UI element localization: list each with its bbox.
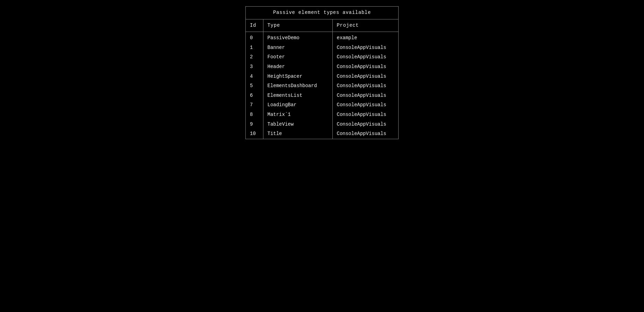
cell-id: 9 (246, 120, 263, 129)
cell-type: Title (263, 129, 332, 139)
cell-project: ConsoleAppVisuals (332, 120, 398, 129)
table-row: 0PassiveDemoexample (246, 32, 398, 43)
cell-project: example (332, 32, 398, 43)
cell-project: ConsoleAppVisuals (332, 52, 398, 62)
cell-id: 2 (246, 52, 263, 62)
cell-type: Banner (263, 43, 332, 53)
cell-type: Matrix`1 (263, 110, 332, 120)
cell-id: 7 (246, 100, 263, 110)
table-row: 10TitleConsoleAppVisuals (246, 129, 398, 139)
cell-type: ElementsDashboard (263, 81, 332, 91)
table-row: 6ElementsListConsoleAppVisuals (246, 91, 398, 101)
cell-project: ConsoleAppVisuals (332, 43, 398, 53)
column-header-project: Project (332, 19, 398, 32)
passive-elements-table: Passive element types available Id Type … (245, 6, 399, 139)
cell-project: ConsoleAppVisuals (332, 62, 398, 72)
column-header-type: Type (263, 19, 332, 32)
table-row: 5ElementsDashboardConsoleAppVisuals (246, 81, 398, 91)
cell-type: Header (263, 62, 332, 72)
cell-project: ConsoleAppVisuals (332, 81, 398, 91)
cell-id: 4 (246, 72, 263, 82)
cell-type: PassiveDemo (263, 32, 332, 43)
column-header-id: Id (246, 19, 263, 32)
cell-id: 3 (246, 62, 263, 72)
table-row: 9TableViewConsoleAppVisuals (246, 120, 398, 129)
cell-project: ConsoleAppVisuals (332, 129, 398, 139)
table-row: 1BannerConsoleAppVisuals (246, 43, 398, 53)
cell-id: 6 (246, 91, 263, 101)
table-header-row: Id Type Project (246, 19, 398, 32)
cell-project: ConsoleAppVisuals (332, 100, 398, 110)
cell-type: LoadingBar (263, 100, 332, 110)
cell-id: 5 (246, 81, 263, 91)
table-title: Passive element types available (246, 7, 398, 19)
cell-id: 1 (246, 43, 263, 53)
cell-id: 0 (246, 32, 263, 43)
cell-project: ConsoleAppVisuals (332, 110, 398, 120)
table-row: 3HeaderConsoleAppVisuals (246, 62, 398, 72)
table-row: 8Matrix`1ConsoleAppVisuals (246, 110, 398, 120)
table-row: 2FooterConsoleAppVisuals (246, 52, 398, 62)
cell-project: ConsoleAppVisuals (332, 72, 398, 82)
cell-project: ConsoleAppVisuals (332, 91, 398, 101)
table-row: 7LoadingBarConsoleAppVisuals (246, 100, 398, 110)
cell-type: ElementsList (263, 91, 332, 101)
cell-type: Footer (263, 52, 332, 62)
cell-type: TableView (263, 120, 332, 129)
cell-id: 8 (246, 110, 263, 120)
table-row: 4HeightSpacerConsoleAppVisuals (246, 72, 398, 82)
cell-id: 10 (246, 129, 263, 139)
cell-type: HeightSpacer (263, 72, 332, 82)
